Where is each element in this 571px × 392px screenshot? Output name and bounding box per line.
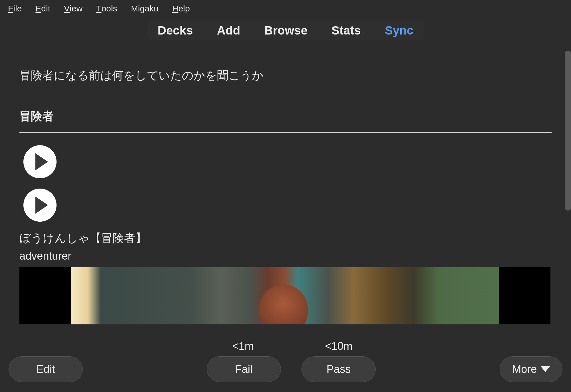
play-audio-2[interactable] [23, 189, 57, 222]
interval-row: <1m <10m [14, 334, 571, 352]
tab-stats[interactable]: Stats [331, 24, 361, 37]
pass-button[interactable]: Pass [301, 356, 376, 382]
answer-bar: <1m <10m Edit Fail Pass More [0, 334, 571, 392]
menubar: File Edit View Tools Migaku Help [0, 0, 571, 17]
main-tabbar: Decks Add Browse Stats Sync [0, 17, 571, 44]
card-reading: ぼうけんしゃ【冒険者】 [19, 230, 552, 246]
button-row: Edit Fail Pass More [0, 352, 571, 382]
play-icon [35, 197, 48, 214]
card-meaning: adventurer [19, 250, 552, 262]
edit-button[interactable]: Edit [9, 356, 83, 382]
card-term: 冒険者 [19, 108, 552, 124]
card-content: 冒険者になる前は何をしていたのかを聞こうか 冒険者 ぼうけんしゃ【冒険者】 ad… [0, 44, 571, 329]
tab-decks[interactable]: Decks [158, 24, 193, 37]
menu-migaku[interactable]: Migaku [131, 4, 158, 13]
tab-sync[interactable]: Sync [385, 24, 413, 37]
card-image [19, 267, 550, 324]
card-image-content [71, 267, 499, 324]
interval-fail: <1m [232, 340, 254, 352]
menu-help[interactable]: Help [172, 4, 190, 13]
audio-column [23, 145, 552, 222]
pass-button-label: Pass [327, 363, 351, 375]
menu-view[interactable]: View [64, 4, 83, 13]
scrollbar[interactable] [565, 51, 571, 211]
menu-tools[interactable]: Tools [96, 4, 117, 13]
tab-add[interactable]: Add [217, 24, 240, 37]
image-figure [259, 284, 308, 324]
grade-buttons: Fail Pass [194, 356, 389, 382]
tabwrap: Decks Add Browse Stats Sync [147, 21, 424, 40]
tab-browse[interactable]: Browse [264, 24, 307, 37]
chevron-down-icon [541, 366, 550, 372]
more-button[interactable]: More [500, 356, 562, 382]
more-button-label: More [512, 363, 537, 375]
play-audio-1[interactable] [23, 145, 57, 178]
divider [19, 132, 552, 133]
edit-button-label: Edit [36, 363, 55, 375]
fail-button[interactable]: Fail [207, 356, 281, 382]
play-icon [35, 153, 48, 170]
card-sentence: 冒険者になる前は何をしていたのかを聞こうか [19, 68, 552, 83]
menu-file[interactable]: File [8, 4, 22, 13]
interval-pass: <10m [325, 340, 352, 352]
image-letterbox-left [19, 267, 71, 324]
menu-edit[interactable]: Edit [35, 4, 50, 13]
fail-button-label: Fail [235, 363, 252, 375]
image-letterbox-right [499, 267, 550, 324]
